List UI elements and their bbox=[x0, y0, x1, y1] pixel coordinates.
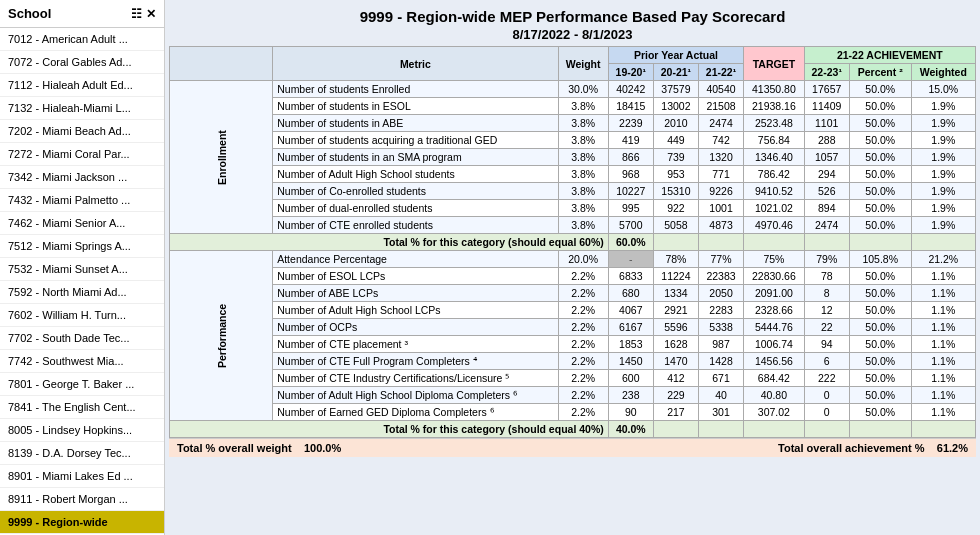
table-row: PerformanceAttendance Percentage20.0%-78… bbox=[170, 251, 976, 268]
table-row: Number of students in ABE3.8%22392010247… bbox=[170, 115, 976, 132]
sidebar-item-8005[interactable]: 8005 - Lindsey Hopkins... bbox=[0, 419, 164, 442]
sidebar-item-7742[interactable]: 7742 - Southwest Mia... bbox=[0, 350, 164, 373]
total-weight-label: Total % overall weight 100.0% bbox=[177, 442, 341, 454]
metric-header: Metric bbox=[273, 47, 558, 81]
sidebar-item-7462[interactable]: 7462 - Miami Senior A... bbox=[0, 212, 164, 235]
enrollment-total-row: Total % for this category (should equal … bbox=[170, 234, 976, 251]
prior-year-header: Prior Year Actual bbox=[608, 47, 743, 64]
table-row: Number of Adult High School Diploma Comp… bbox=[170, 387, 976, 404]
sidebar-item-7132[interactable]: 7132 - Hialeah-Miami L... bbox=[0, 97, 164, 120]
sidebar-item-7532[interactable]: 7532 - Miami Sunset A... bbox=[0, 258, 164, 281]
table-row: Number of students acquiring a tradition… bbox=[170, 132, 976, 149]
sidebar-item-7512[interactable]: 7512 - Miami Springs A... bbox=[0, 235, 164, 258]
scorecard-container[interactable]: Metric Weight Prior Year Actual TARGET 2… bbox=[165, 46, 980, 535]
table-row: Number of CTE enrolled students3.8%57005… bbox=[170, 217, 976, 234]
col-1920: 19-20¹ bbox=[608, 64, 653, 81]
sidebar-item-7841[interactable]: 7841 - The English Cent... bbox=[0, 396, 164, 419]
table-row: Number of dual-enrolled students3.8%9959… bbox=[170, 200, 976, 217]
close-icon[interactable]: ✕ bbox=[146, 7, 156, 21]
sidebar-item-7801[interactable]: 7801 - George T. Baker ... bbox=[0, 373, 164, 396]
col-2223-1: 22-23¹ bbox=[804, 64, 849, 81]
sidebar-item-7702[interactable]: 7702 - South Dade Tec... bbox=[0, 327, 164, 350]
table-row: Number of Adult High School students3.8%… bbox=[170, 166, 976, 183]
sidebar-item-7112[interactable]: 7112 - Hialeah Adult Ed... bbox=[0, 74, 164, 97]
filter-icon[interactable]: ☷ bbox=[131, 7, 142, 21]
table-row: Number of ESOL LCPs2.2%68331122422383228… bbox=[170, 268, 976, 285]
table-row: EnrollmentNumber of students Enrolled30.… bbox=[170, 81, 976, 98]
sidebar-item-7592[interactable]: 7592 - North Miami Ad... bbox=[0, 281, 164, 304]
table-row: Number of Adult High School LCPs2.2%4067… bbox=[170, 302, 976, 319]
table-row: Number of CTE Industry Certifications/Li… bbox=[170, 370, 976, 387]
sidebar-item-7272[interactable]: 7272 - Miami Coral Par... bbox=[0, 143, 164, 166]
performance-total-row: Total % for this category (should equal … bbox=[170, 421, 976, 438]
main-subtitle: 8/17/2022 - 8/1/2023 bbox=[165, 27, 980, 42]
sidebar-item-7342[interactable]: 7342 - Miami Jackson ... bbox=[0, 166, 164, 189]
performance-category: Performance bbox=[170, 251, 273, 421]
sidebar-item-8911[interactable]: 8911 - Robert Morgan ... bbox=[0, 488, 164, 511]
sidebar-item-7432[interactable]: 7432 - Miami Palmetto ... bbox=[0, 189, 164, 212]
sidebar-header-icons: ☷ ✕ bbox=[131, 7, 156, 21]
sidebar-header: School ☷ ✕ bbox=[0, 0, 164, 28]
main-title: 9999 - Region-wide MEP Performance Based… bbox=[165, 0, 980, 27]
sidebar-title: School bbox=[8, 6, 51, 21]
sidebar-item-8901[interactable]: 8901 - Miami Lakes Ed ... bbox=[0, 465, 164, 488]
table-row: Number of students in an SMA program3.8%… bbox=[170, 149, 976, 166]
sidebar-item-9999[interactable]: 9999 - Region-wide bbox=[0, 511, 164, 534]
table-row: Number of Earned GED Diploma Completers … bbox=[170, 404, 976, 421]
col-2021: 20-21¹ bbox=[653, 64, 698, 81]
sidebar-item-7202[interactable]: 7202 - Miami Beach Ad... bbox=[0, 120, 164, 143]
col-weighted: Weighted bbox=[911, 64, 975, 81]
main-content: 9999 - Region-wide MEP Performance Based… bbox=[165, 0, 980, 535]
table-row: Number of students in ESOL3.8%1841513002… bbox=[170, 98, 976, 115]
achievement-header: 21-22 ACHIEVEMENT bbox=[804, 47, 975, 64]
sidebar-item-7072[interactable]: 7072 - Coral Gables Ad... bbox=[0, 51, 164, 74]
weight-header: Weight bbox=[558, 47, 608, 81]
sidebar-item-8139[interactable]: 8139 - D.A. Dorsey Tec... bbox=[0, 442, 164, 465]
table-row: Number of CTE Full Program Completers ⁴2… bbox=[170, 353, 976, 370]
target-header: TARGET bbox=[744, 47, 805, 81]
col-2122: 21-22¹ bbox=[698, 64, 743, 81]
table-row: Number of Co-enrolled students3.8%102271… bbox=[170, 183, 976, 200]
sidebar-item-7012[interactable]: 7012 - American Adult ... bbox=[0, 28, 164, 51]
sidebar: School ☷ ✕ 7012 - American Adult ...7072… bbox=[0, 0, 165, 535]
sidebar-item-7602[interactable]: 7602 - William H. Turn... bbox=[0, 304, 164, 327]
category-header bbox=[170, 47, 273, 81]
total-achievement-label: Total overall achievement % 61.2% bbox=[778, 442, 968, 454]
scorecard-table: Metric Weight Prior Year Actual TARGET 2… bbox=[169, 46, 976, 438]
enrollment-category: Enrollment bbox=[170, 81, 273, 234]
footer-row: Total % overall weight 100.0% Total over… bbox=[169, 438, 976, 457]
table-row: Number of OCPs2.2%6167559653385444.76225… bbox=[170, 319, 976, 336]
table-row: Number of ABE LCPs2.2%680133420502091.00… bbox=[170, 285, 976, 302]
sidebar-list: 7012 - American Adult ...7072 - Coral Ga… bbox=[0, 28, 164, 535]
table-row: Number of CTE placement ³2.2%18531628987… bbox=[170, 336, 976, 353]
col-percent: Percent ² bbox=[849, 64, 911, 81]
